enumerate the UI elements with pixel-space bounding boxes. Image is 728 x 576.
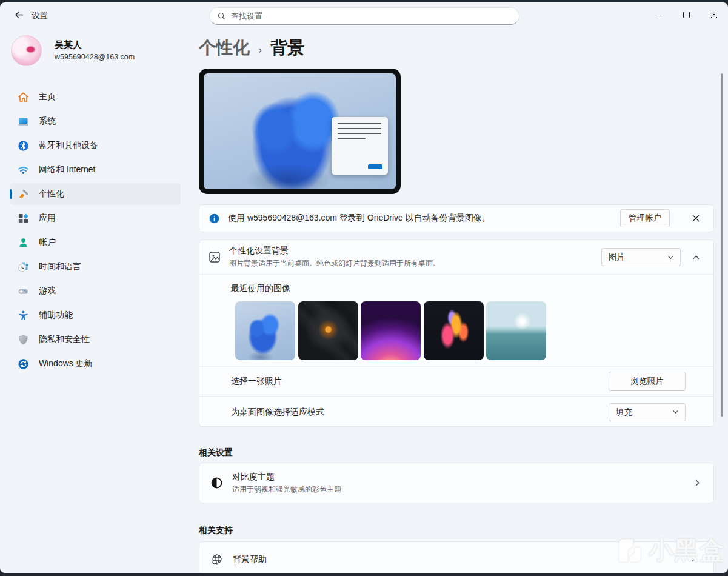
user-email: w595690428@163.com [55, 53, 135, 61]
sidebar-item-label: 帐户 [39, 237, 56, 248]
related-settings-heading: 相关设置 [199, 447, 233, 458]
wallpaper-thumbnail-ribbons[interactable] [424, 301, 484, 360]
sidebar-item-system[interactable]: 系统 [10, 110, 181, 132]
sidebar-item-label: 时间和语言 [39, 261, 81, 272]
accounts-icon [17, 236, 29, 249]
maximize-button[interactable] [672, 2, 700, 27]
setting-title: 个性化设置背景 [229, 246, 440, 256]
bluetooth-icon [17, 139, 29, 152]
arrow-left-icon [15, 10, 24, 21]
sidebar-nav: 主页 系统 蓝牙和其他设备 网络和 Internet 个性化 [10, 86, 181, 377]
sidebar-item-label: 辅助功能 [39, 310, 73, 321]
search-icon [218, 12, 225, 20]
background-help-card[interactable]: 背景帮助 [199, 541, 714, 573]
windows-update-icon [17, 358, 29, 370]
wallpaper-thumbnail-sunrise[interactable] [486, 301, 546, 360]
search-input[interactable]: 查找设置 [209, 7, 519, 25]
chevron-down-icon [667, 254, 674, 261]
back-button[interactable] [8, 7, 29, 25]
sidebar-item-accessibility[interactable]: 辅助功能 [10, 304, 181, 326]
sidebar-item-label: 网络和 Internet [39, 164, 95, 175]
sidebar-item-label: 个性化 [39, 189, 64, 199]
contrast-themes-card[interactable]: 对比度主题 适用于弱视和强光敏感的彩色主题 [199, 463, 714, 503]
search-placeholder: 查找设置 [231, 11, 262, 22]
recent-images-label: 最近使用的图像 [231, 283, 290, 294]
wallpaper-thumbnail-eclipse[interactable] [361, 301, 421, 360]
breadcrumb: 个性化 › 背景 [199, 36, 304, 59]
system-icon [17, 115, 29, 127]
settings-window: 设置 查找设置 吴某人 w595690428@163.com [0, 2, 728, 573]
privacy-icon [17, 333, 29, 346]
wallpaper-thumbnail-bloom[interactable] [235, 301, 295, 360]
breadcrumb-separator: › [258, 44, 262, 56]
network-icon [17, 164, 29, 176]
chevron-right-icon [693, 479, 701, 487]
minimize-button[interactable] [644, 2, 672, 27]
gaming-icon [17, 285, 29, 297]
personalize-background-header[interactable]: 个性化设置背景 图片背景适用于当前桌面。纯色或幻灯片背景则适用于所有桌面。 图片 [199, 240, 713, 274]
sidebar-item-personalization[interactable]: 个性化 [10, 183, 181, 205]
background-preview-monitor [199, 69, 401, 194]
user-profile[interactable]: 吴某人 w595690428@163.com [11, 34, 187, 68]
sidebar-item-privacy[interactable]: 隐私和安全性 [10, 329, 181, 350]
sidebar-item-label: 系统 [39, 116, 56, 127]
fit-mode-label: 为桌面图像选择适应模式 [231, 407, 324, 418]
preview-dialog-button [368, 164, 382, 169]
onedrive-banner: 使用 w595690428@163.com 登录到 OneDrive 以自动备份… [199, 204, 714, 232]
sidebar-item-time-language[interactable]: 时间和语言 [10, 256, 181, 278]
related-support-heading: 相关支持 [199, 525, 233, 536]
contrast-subtitle: 适用于弱视和强光敏感的彩色主题 [232, 484, 341, 495]
contrast-icon [210, 477, 223, 489]
chevron-up-icon [691, 556, 699, 564]
setting-subtitle: 图片背景适用于当前桌面。纯色或幻灯片背景则适用于所有桌面。 [229, 258, 440, 269]
preview-dialog-card [332, 117, 388, 175]
banner-message: 使用 w595690428@163.com 登录到 OneDrive 以自动备份… [228, 213, 490, 224]
sidebar-item-label: 隐私和安全性 [39, 334, 90, 345]
sidebar-item-apps[interactable]: 应用 [10, 207, 181, 229]
background-preview-wallpaper [204, 73, 396, 189]
collapse-expander-button[interactable] [688, 249, 704, 265]
choose-photo-row: 选择一张照片 浏览照片 [199, 367, 713, 396]
banner-close-button[interactable] [687, 209, 705, 227]
app-title: 设置 [32, 10, 48, 21]
sidebar-item-home[interactable]: 主页 [10, 86, 181, 108]
titlebar: 设置 查找设置 [0, 2, 728, 29]
page-title: 背景 [270, 36, 304, 59]
dropdown-value: 图片 [609, 252, 625, 263]
time-language-icon [17, 261, 29, 273]
sidebar-item-label: Windows 更新 [39, 358, 93, 369]
breadcrumb-parent[interactable]: 个性化 [199, 36, 250, 59]
window-controls [644, 2, 728, 27]
help-title: 背景帮助 [233, 554, 267, 565]
home-icon [17, 91, 29, 103]
recent-images-section: 最近使用的图像 [199, 275, 713, 366]
sidebar-item-network[interactable]: 网络和 Internet [10, 159, 181, 181]
sidebar-item-label: 游戏 [39, 286, 56, 296]
scrollbar-thumb[interactable] [721, 73, 723, 417]
info-icon [209, 213, 219, 224]
personalize-background-card: 个性化设置背景 图片背景适用于当前桌面。纯色或幻灯片背景则适用于所有桌面。 图片… [199, 239, 714, 427]
sidebar-item-label: 蓝牙和其他设备 [39, 140, 98, 151]
picture-icon [208, 250, 221, 264]
fit-mode-row: 为桌面图像选择适应模式 填充 [199, 397, 713, 427]
accessibility-icon [17, 309, 29, 321]
globe-search-icon [210, 553, 224, 566]
browse-photos-button[interactable]: 浏览照片 [609, 372, 686, 391]
sidebar-item-accounts[interactable]: 帐户 [10, 232, 181, 253]
avatar [11, 35, 42, 66]
chevron-down-icon [672, 409, 679, 415]
choose-photo-label: 选择一张照片 [231, 376, 282, 387]
chevron-up-icon [692, 253, 700, 261]
sidebar-item-gaming[interactable]: 游戏 [10, 280, 181, 302]
dropdown-value: 填充 [616, 407, 632, 418]
sidebar-item-windows-update[interactable]: Windows 更新 [10, 353, 181, 375]
manage-account-button[interactable]: 管理帐户 [620, 209, 670, 227]
fit-mode-dropdown[interactable]: 填充 [609, 403, 686, 421]
close-button[interactable] [700, 2, 728, 27]
user-name: 吴某人 [55, 39, 82, 51]
wallpaper-thumbnail-mech[interactable] [298, 301, 358, 360]
sidebar-item-bluetooth[interactable]: 蓝牙和其他设备 [10, 135, 181, 156]
background-type-dropdown[interactable]: 图片 [601, 248, 681, 266]
close-icon [692, 215, 700, 222]
apps-icon [17, 212, 29, 224]
